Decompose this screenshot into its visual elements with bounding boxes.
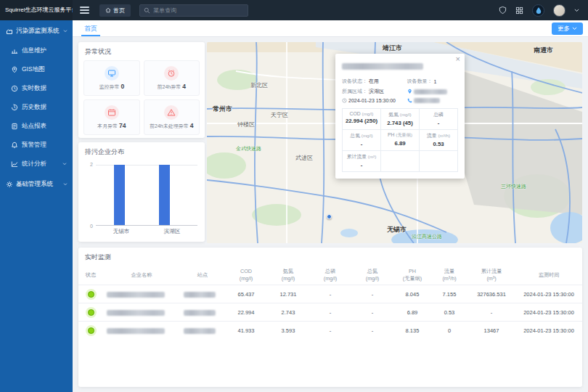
enterprise-name-redacted [107, 328, 165, 334]
table-header-row: 状态 企业名称 站点 COD(mg/l) 氨氮(mg/l) 总磷(mg/l) 总… [78, 266, 582, 285]
location-pin-icon [407, 89, 412, 94]
app-logo: Squirrel生态环境云服务平台 [0, 0, 73, 20]
stat-label: 监控异常 [99, 84, 119, 89]
site-name-redacted [184, 292, 216, 298]
document-icon [11, 123, 18, 130]
stat-tile-24h-abnormal[interactable]: 前24h异常4 [144, 60, 200, 96]
chevron-down-icon [63, 30, 68, 33]
gridline [96, 165, 197, 166]
factory-icon [6, 28, 13, 35]
sidebar-section-basic-mgmt[interactable]: 基础管理系统 [0, 173, 73, 195]
tab-home[interactable]: 首页 [81, 20, 100, 36]
phone-redacted [414, 98, 440, 103]
abnormal-stat-tiles: 监控异常0 前24h异常4 本月异常74 前24h未处理异常4 [78, 60, 205, 140]
popup-measurement-grid: COD (mg/l) 22.994 (250) 氨氮 (mg/l) 2.743 … [342, 108, 458, 172]
device-count-value: 1 [434, 79, 437, 84]
chevron-down-icon [572, 27, 577, 30]
topbar-actions [499, 4, 588, 17]
sidebar-item-gis-map[interactable]: GIS地图 [0, 60, 73, 79]
history-icon [11, 104, 18, 111]
sidebar-item-label: 站点报表 [22, 122, 46, 131]
map-label: 武进区 [295, 154, 313, 162]
table-row[interactable]: 41.933 3.593 - - 8.135 0 13467 2024-01-2… [78, 322, 582, 340]
stat-tile-month-abnormal[interactable]: 本月异常74 [83, 99, 140, 135]
home-button-label: 首页 [113, 7, 125, 15]
user-menu-chevron-icon[interactable] [574, 9, 579, 12]
enterprise-name-redacted [107, 292, 165, 298]
panel-title: 实时监测 [78, 248, 582, 266]
field-label: 设备状态： [342, 78, 367, 85]
map-pin-icon [11, 66, 18, 73]
y-tick: 0 [86, 224, 93, 229]
sidebar-item-history-data[interactable]: 历史数据 [0, 98, 73, 117]
sidebar-item-label: 统计分析 [22, 160, 46, 168]
sidebar-item-statistics[interactable]: 统计分析 [0, 155, 73, 173]
alarm-clock-icon [164, 66, 179, 81]
x-axis [96, 225, 197, 226]
home-icon [105, 7, 111, 13]
clock-icon [342, 98, 347, 103]
tab-strip: 首页 更多 [73, 20, 588, 37]
user-avatar[interactable] [553, 4, 565, 17]
gis-map[interactable]: 靖江市 南通市 新北区 常州市 天宁区 钟楼区 江阴市 武进区 无锡市 金武快速… [207, 42, 582, 243]
measure-cell-tp: 总磷 - [420, 109, 458, 130]
enterprise-name-redacted [107, 310, 165, 316]
clock-icon [11, 85, 18, 92]
sidebar-item-label: 信息维护 [22, 46, 46, 55]
menu-search [139, 4, 248, 17]
status-dot [88, 327, 94, 334]
measure-cell-total-flow: 累计流量 (m³) - [343, 151, 381, 172]
sidebar-item-site-report[interactable]: 站点报表 [0, 117, 73, 136]
chevron-down-icon [63, 183, 68, 186]
device-status-value: 在用 [369, 78, 379, 85]
sidebar-section-label: 基础管理系统 [16, 180, 53, 189]
realtime-monitor-table: 状态 企业名称 站点 COD(mg/l) 氨氮(mg/l) 总磷(mg/l) 总… [78, 266, 582, 340]
panel-title: 排污企业分布 [78, 142, 205, 160]
search-input[interactable] [153, 7, 244, 14]
status-dot [88, 291, 94, 298]
home-button[interactable]: 首页 [99, 4, 131, 17]
more-button[interactable]: 更多 [552, 23, 583, 35]
sidebar-section-pollution[interactable]: 污染源监测系统 [0, 20, 73, 41]
search-icon [144, 7, 150, 14]
stat-tile-24h-unhandled-abnormal[interactable]: 前24h未处理异常4 [144, 99, 200, 135]
menu-toggle-icon[interactable] [80, 5, 89, 15]
station-info-popup: × 设备状态： 在用 设备数量： 1 所属区域： 滨湖区 [335, 54, 465, 179]
y-tick: 2 [86, 162, 93, 167]
line-chart-icon [11, 160, 18, 168]
stat-value: 74 [119, 122, 126, 129]
measure-cell-tn: 总氮 (mg/l) - [343, 130, 381, 151]
measure-cell-flow: 流量 (m³/h) 0.53 [420, 130, 458, 151]
warning-icon [164, 105, 179, 120]
region-value: 滨湖区 [369, 88, 384, 95]
popup-close-button[interactable]: × [456, 55, 460, 63]
shield-icon[interactable] [499, 6, 507, 15]
sidebar-item-warning-mgmt[interactable]: 预警管理 [0, 136, 73, 155]
map-label: 无锡市 [387, 225, 407, 234]
map-label: 南通市 [534, 46, 553, 55]
apps-grid-icon[interactable] [515, 7, 523, 15]
sidebar: 污染源监测系统 信息维护 GIS地图 实时数据 [0, 20, 73, 392]
map-label: 常州市 [213, 105, 232, 114]
table-row[interactable]: 22.994 2.743 - - 6.89 0.53 - 2024-01-23 … [78, 303, 582, 322]
measure-cell-nh3: 氨氮 (mg/l) 2.743 (45) [381, 109, 420, 130]
gear-icon [6, 181, 13, 188]
stat-tile-monitor-abnormal[interactable]: 监控异常0 [83, 60, 140, 96]
sidebar-item-realtime-data[interactable]: 实时数据 [0, 79, 73, 98]
status-dot [88, 309, 94, 316]
map-road-label: 金武快速路 [236, 145, 261, 152]
brand-logo[interactable] [532, 4, 544, 17]
station-marker[interactable] [327, 214, 332, 219]
x-tick: 无锡市 [96, 228, 147, 235]
sidebar-item-info[interactable]: 信息维护 [0, 41, 73, 60]
measure-cell-cod: COD (mg/l) 22.994 (250) [343, 109, 381, 130]
topbar: Squirrel生态环境云服务平台 首页 [0, 0, 588, 20]
table-row[interactable]: 65.437 12.731 - - 8.045 7.155 327636.531… [78, 285, 582, 303]
site-name-redacted [184, 310, 216, 316]
measure-cell-empty [381, 151, 420, 172]
stat-label: 前24h异常 [158, 84, 181, 89]
sidebar-item-label: 实时数据 [22, 84, 46, 93]
measure-cell-ph: PH (无量纲) 6.89 [381, 130, 420, 151]
bar-chart-icon [11, 47, 18, 54]
map-label: 靖江市 [383, 44, 402, 53]
